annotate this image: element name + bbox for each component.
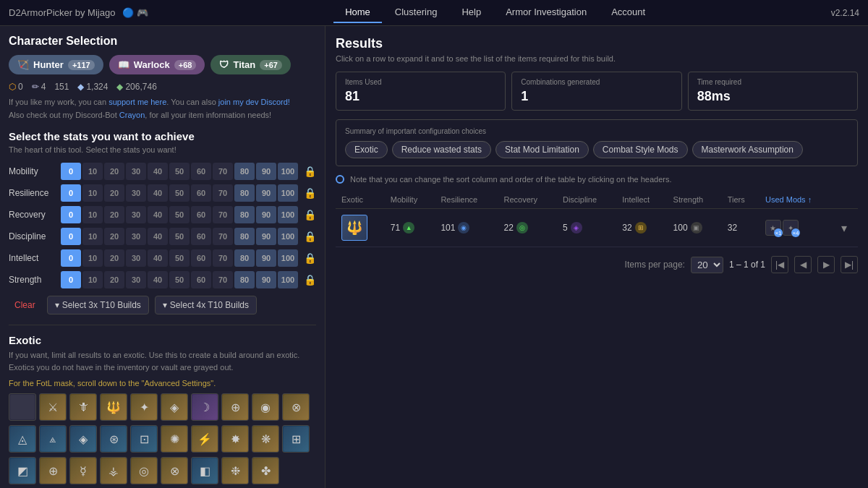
exotic-icon-17[interactable]: ✸ [221, 425, 249, 453]
last-page-button[interactable]: ▶| [841, 256, 858, 273]
crayon-link[interactable]: Crayon [119, 111, 145, 119]
stat-btn-strength-90[interactable]: 90 [256, 271, 276, 288]
exotic-icon-11[interactable]: ⟁ [39, 425, 67, 453]
stat-btn-discipline-80[interactable]: 80 [234, 228, 255, 245]
stat-btn-strength-20[interactable]: 20 [104, 271, 124, 288]
lock-btn-discipline[interactable]: 🔒 [304, 231, 316, 242]
clear-button[interactable]: Clear [9, 297, 41, 313]
exotic-icon-1[interactable]: ⚔ [39, 393, 67, 421]
stat-btn-recovery-60[interactable]: 60 [191, 206, 211, 223]
stat-btn-intellect-50[interactable]: 50 [169, 249, 190, 267]
lock-btn-recovery[interactable]: 🔒 [304, 209, 316, 221]
exotic-icon-15[interactable]: ✺ [161, 425, 188, 453]
exotic-icon-21[interactable]: ⊕ [39, 457, 67, 484]
first-page-button[interactable]: |◀ [771, 256, 788, 273]
config-tag-reduce-wasted[interactable]: Reduce wasted stats [392, 141, 491, 158]
discord-link[interactable]: join my dev Discord! [218, 98, 290, 106]
exotic-icon-23[interactable]: ⚶ [100, 457, 127, 484]
lock-btn-mobility[interactable]: 🔒 [304, 166, 316, 177]
stat-btn-recovery-0[interactable]: 0 [61, 206, 81, 223]
stat-btn-intellect-20[interactable]: 20 [104, 249, 124, 267]
exotic-icon-27[interactable]: ❉ [221, 457, 249, 484]
expand-button[interactable]: ▾ [841, 221, 847, 235]
col-strength[interactable]: Strength [668, 191, 722, 209]
stat-btn-resilience-70[interactable]: 70 [213, 184, 233, 202]
stat-btn-discipline-20[interactable]: 20 [104, 228, 124, 245]
config-tag-masterwork[interactable]: Masterwork Assumption [692, 141, 803, 158]
col-used-mods[interactable]: Used Mods ↑ [760, 191, 835, 209]
stat-btn-resilience-30[interactable]: 30 [126, 184, 146, 202]
lock-btn-strength[interactable]: 🔒 [304, 274, 316, 286]
col-resilience[interactable]: Resilience [435, 191, 498, 209]
nav-clustering[interactable]: Clustering [383, 2, 449, 23]
stat-btn-resilience-90[interactable]: 90 [256, 184, 276, 202]
exotic-icon-22[interactable]: ☿ [69, 457, 97, 484]
stat-btn-resilience-50[interactable]: 50 [169, 184, 190, 202]
stat-btn-recovery-50[interactable]: 50 [169, 206, 190, 223]
stat-btn-intellect-0[interactable]: 0 [61, 249, 81, 267]
stat-btn-mobility-80[interactable]: 80 [234, 163, 255, 180]
stat-btn-intellect-10[interactable]: 10 [82, 249, 103, 267]
config-tag-combat-style[interactable]: Combat Style Mods [593, 141, 688, 158]
stat-btn-intellect-60[interactable]: 60 [191, 249, 211, 267]
stat-btn-recovery-90[interactable]: 90 [256, 206, 276, 223]
config-tag-exotic[interactable]: Exotic [345, 141, 388, 158]
exotic-icon-24[interactable]: ◎ [130, 457, 158, 484]
exotic-icon-empty[interactable] [9, 393, 36, 421]
exotic-icon-28[interactable]: ✤ [252, 457, 279, 484]
stat-btn-discipline-60[interactable]: 60 [191, 228, 211, 245]
exotic-icon-25[interactable]: ⊗ [161, 457, 188, 484]
stat-btn-mobility-60[interactable]: 60 [191, 163, 211, 180]
char-tab-hunter[interactable]: 🏹 Hunter +117 [9, 55, 103, 74]
exotic-icon-26[interactable]: ◧ [191, 457, 218, 484]
stat-btn-mobility-100[interactable]: 100 [278, 163, 298, 180]
stat-btn-resilience-100[interactable]: 100 [278, 184, 298, 202]
exotic-icon-4[interactable]: ✦ [130, 393, 158, 421]
exotic-icon-10[interactable]: ◬ [9, 425, 36, 453]
nav-account[interactable]: Account [600, 2, 657, 23]
exotic-icon-12[interactable]: ◈ [69, 425, 97, 453]
stat-btn-recovery-70[interactable]: 70 [213, 206, 233, 223]
stat-btn-recovery-40[interactable]: 40 [148, 206, 168, 223]
stat-btn-mobility-70[interactable]: 70 [213, 163, 233, 180]
stat-btn-mobility-0[interactable]: 0 [61, 163, 81, 180]
stat-btn-strength-40[interactable]: 40 [148, 271, 168, 288]
cell-expand[interactable]: ▾ [835, 209, 858, 247]
stat-btn-mobility-90[interactable]: 90 [256, 163, 276, 180]
stat-btn-intellect-40[interactable]: 40 [148, 249, 168, 267]
select-4t10-button[interactable]: ▾ Select 4x T10 Builds [155, 296, 257, 314]
stat-btn-intellect-30[interactable]: 30 [126, 249, 146, 267]
stat-btn-recovery-80[interactable]: 80 [234, 206, 255, 223]
prev-page-button[interactable]: ◀ [794, 256, 812, 273]
stat-btn-strength-10[interactable]: 10 [82, 271, 103, 288]
stat-btn-intellect-90[interactable]: 90 [256, 249, 276, 267]
col-recovery[interactable]: Recovery [498, 191, 557, 209]
nav-help[interactable]: Help [450, 2, 493, 23]
stat-btn-strength-70[interactable]: 70 [213, 271, 233, 288]
items-per-page-select[interactable]: 20 [691, 257, 723, 273]
exotic-icon-20[interactable]: ◩ [9, 457, 36, 484]
stat-btn-mobility-30[interactable]: 30 [126, 163, 146, 180]
stat-btn-discipline-30[interactable]: 30 [126, 228, 146, 245]
next-page-button[interactable]: ▶ [817, 256, 835, 273]
nav-armor-investigation[interactable]: Armor Investigation [494, 2, 598, 23]
exotic-icon-13[interactable]: ⊛ [100, 425, 127, 453]
char-tab-warlock[interactable]: 📖 Warlock +68 [109, 55, 205, 74]
char-tab-titan[interactable]: 🛡 Titan +67 [210, 55, 291, 74]
stat-btn-strength-0[interactable]: 0 [61, 271, 81, 288]
exotic-icon-18[interactable]: ❋ [252, 425, 279, 453]
lock-btn-intellect[interactable]: 🔒 [304, 252, 316, 264]
stat-btn-intellect-100[interactable]: 100 [278, 249, 298, 267]
stat-btn-strength-30[interactable]: 30 [126, 271, 146, 288]
config-tag-stat-mod[interactable]: Stat Mod Limitation [495, 141, 589, 158]
exotic-icon-3[interactable]: 🔱 [100, 393, 127, 421]
support-link[interactable]: support me here [109, 98, 166, 106]
stat-btn-resilience-80[interactable]: 80 [234, 184, 255, 202]
stat-btn-strength-60[interactable]: 60 [191, 271, 211, 288]
stat-btn-discipline-100[interactable]: 100 [278, 228, 298, 245]
exotic-icon-8[interactable]: ◉ [252, 393, 279, 421]
stat-btn-strength-80[interactable]: 80 [234, 271, 255, 288]
table-row[interactable]: 🔱 71 ▲ 101 ◉ [336, 209, 858, 247]
exotic-icon-2[interactable]: 🗡 [69, 393, 97, 421]
stat-btn-recovery-100[interactable]: 100 [278, 206, 298, 223]
